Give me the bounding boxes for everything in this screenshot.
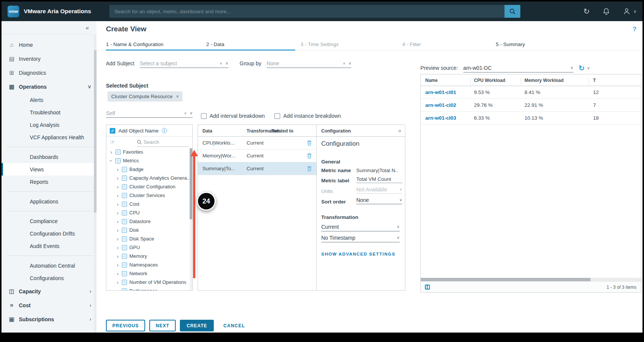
sidebar-item-operations[interactable]: ▦ Operations ∨ (2, 80, 97, 94)
tree-item-metrics[interactable]: › Metrics (106, 156, 192, 165)
sidebar-item-troubleshoot[interactable]: Troubleshoot (2, 106, 97, 119)
preview-scrollbar-thumb[interactable] (421, 278, 590, 281)
tree-item-datastore[interactable]: › Datastore (106, 217, 192, 226)
expander-icon[interactable]: › (116, 236, 120, 242)
sidebar-item-dashboards[interactable]: Dashboards (2, 151, 97, 163)
wizard-step-5-summary[interactable]: 5 - Summary (496, 42, 525, 47)
sidebar-item-automation-central[interactable]: Automation Central (2, 259, 97, 272)
add-object-name-checkbox[interactable]: ✓ (110, 128, 115, 134)
tree-item-gpu[interactable]: › GPU (106, 243, 192, 252)
timestamp-select[interactable]: No Timestamp ∨ (321, 233, 400, 242)
sort-order-select[interactable]: None ∨ (356, 196, 402, 204)
wizard-step-3-time-settings[interactable]: 3 - Time Settings (301, 42, 339, 47)
preview-column-memory-workload[interactable]: Memory Workload (524, 78, 564, 83)
expander-icon[interactable]: › (116, 279, 120, 285)
tree-scrollbar-thumb[interactable] (190, 148, 192, 219)
expander-icon[interactable]: › (116, 201, 120, 207)
tree-item-number-of-vm-operations[interactable]: › Number of VM Operations (106, 278, 192, 287)
expander-icon[interactable]: › (116, 253, 120, 259)
expander-icon[interactable]: › (116, 262, 120, 268)
relationship-select[interactable]: Self × ∨ (106, 109, 193, 118)
global-search-input[interactable] (109, 9, 504, 14)
expander-icon[interactable]: › (116, 271, 120, 277)
tree-search-input[interactable] (144, 139, 183, 145)
add-interval-breakdown-checkbox[interactable] (201, 113, 207, 119)
expander-icon[interactable]: › (116, 227, 120, 233)
preview-refresh-icon[interactable]: ↻ (579, 65, 585, 72)
expander-icon[interactable]: › (116, 184, 120, 190)
chevron-down-icon[interactable]: ∨ (397, 224, 400, 229)
sidebar-item-cost[interactable]: ¤ Cost › (2, 298, 97, 312)
sidebar-item-vcf-appliances-health[interactable]: VCF Appliances Health (2, 131, 97, 143)
trash-icon[interactable] (307, 140, 312, 146)
chevron-down-icon[interactable]: ∨ (570, 65, 573, 70)
data-row-summary-to[interactable]: Summary|To... Current (198, 162, 316, 175)
cancel-button[interactable]: CANCEL (223, 320, 245, 331)
column-header-data[interactable]: Data (202, 128, 212, 134)
expander-icon[interactable]: › (108, 159, 114, 163)
previous-button[interactable]: PREVIOUS (106, 320, 145, 331)
preview-column-cpu-workload[interactable]: CPU Workload (474, 78, 505, 83)
add-instance-breakdown-checkbox[interactable] (274, 113, 280, 119)
sidebar-item-subscriptions[interactable]: ▣ Subscriptions › (2, 312, 97, 326)
sidebar-item-reports[interactable]: Reports (2, 176, 97, 188)
group-by-select[interactable]: None × ∨ (267, 59, 351, 68)
sidebar-item-inventory[interactable]: ▤ Inventory (2, 52, 97, 66)
expander-icon[interactable]: › (116, 288, 120, 291)
create-button[interactable]: CREATE (180, 320, 214, 331)
sidebar-item-applications[interactable]: Applications (2, 195, 97, 208)
clear-icon[interactable]: × (220, 61, 222, 66)
sidebar-item-home[interactable]: ⌂ Home (2, 38, 97, 52)
wizard-step-4-filter[interactable]: 4 - Filter (402, 42, 421, 47)
sidebar-scrollbar[interactable] (94, 35, 97, 333)
column-header-related-to[interactable]: Related to (271, 128, 293, 134)
expander-icon[interactable]: › (109, 149, 113, 155)
chip-remove-icon[interactable]: × (176, 94, 179, 99)
trash-icon[interactable] (307, 166, 312, 171)
tree-item-disk-space[interactable]: › Disk Space (106, 234, 192, 243)
chevron-down-icon[interactable]: ∨ (399, 197, 402, 202)
notifications-bell-icon[interactable] (603, 8, 610, 15)
vmware-logo[interactable]: vmw (8, 6, 19, 17)
user-menu[interactable]: ∨ (623, 8, 636, 15)
show-advanced-settings-link[interactable]: SHOW ADVANCED SETTINGS (321, 252, 396, 256)
tree-item-disk[interactable]: › Disk (106, 226, 192, 234)
object-picker-icon[interactable]: ☞ (110, 139, 115, 146)
expander-icon[interactable]: › (116, 210, 120, 216)
clear-icon[interactable]: × (184, 111, 187, 116)
add-subject-select[interactable]: Select a subject × ∨ (140, 59, 228, 68)
chevron-down-icon[interactable]: ∨ (397, 235, 400, 240)
data-row-memory-wor[interactable]: Memory|Wor... Current (198, 149, 316, 162)
wizard-step-1-name-configuration[interactable]: 1 - Name & Configuration (106, 42, 163, 47)
chevron-down-icon[interactable]: ∨ (190, 111, 193, 116)
sidebar-item-configurations[interactable]: Configurations (2, 272, 97, 284)
tree-item-performance[interactable]: › Performance (106, 287, 192, 290)
tree-item-badge[interactable]: › Badge (106, 165, 192, 174)
selected-subject-chip[interactable]: Cluster Compute Resource × (107, 91, 182, 102)
expander-icon[interactable]: › (116, 219, 120, 225)
expander-icon[interactable]: › (116, 245, 120, 251)
chevron-down-icon[interactable]: ∨ (348, 61, 351, 66)
preview-column-total[interactable]: T (593, 78, 596, 83)
data-row-cpu-worklo[interactable]: CPU|Worklo... Current (198, 137, 316, 149)
expander-icon[interactable]: › (116, 175, 120, 181)
expander-icon[interactable]: › (116, 193, 120, 199)
tree-item-network[interactable]: › Network (106, 269, 192, 278)
sidebar-item-log-analysis[interactable]: Log Analysis (2, 119, 97, 131)
sidebar-item-alerts[interactable]: Alerts (2, 94, 97, 106)
tree-item-namespaces[interactable]: › Namespaces (106, 260, 192, 269)
tree-item-cpu[interactable]: › CPU (106, 208, 192, 217)
help-icon[interactable]: ? (633, 26, 636, 33)
sidebar-item-configuration-drifts[interactable]: Configuration Drifts (2, 227, 97, 240)
preview-source-select[interactable]: arn-w01-DC ∨ (463, 63, 573, 72)
info-icon[interactable]: i (162, 128, 167, 133)
sidebar-item-capacity[interactable]: ◫ Capacity › (2, 284, 97, 298)
trash-icon[interactable] (307, 153, 312, 159)
tree-item-cluster-configuration[interactable]: › Cluster Configuration (106, 182, 192, 191)
tree-scrollbar[interactable] (190, 148, 192, 290)
refresh-icon[interactable]: ↻ (583, 8, 590, 15)
preview-column-name[interactable]: Name (425, 78, 438, 83)
column-settings-icon[interactable] (425, 285, 430, 290)
sidebar-collapse-button[interactable]: « (2, 21, 97, 35)
tree-item-memory[interactable]: › Memory (106, 252, 192, 260)
